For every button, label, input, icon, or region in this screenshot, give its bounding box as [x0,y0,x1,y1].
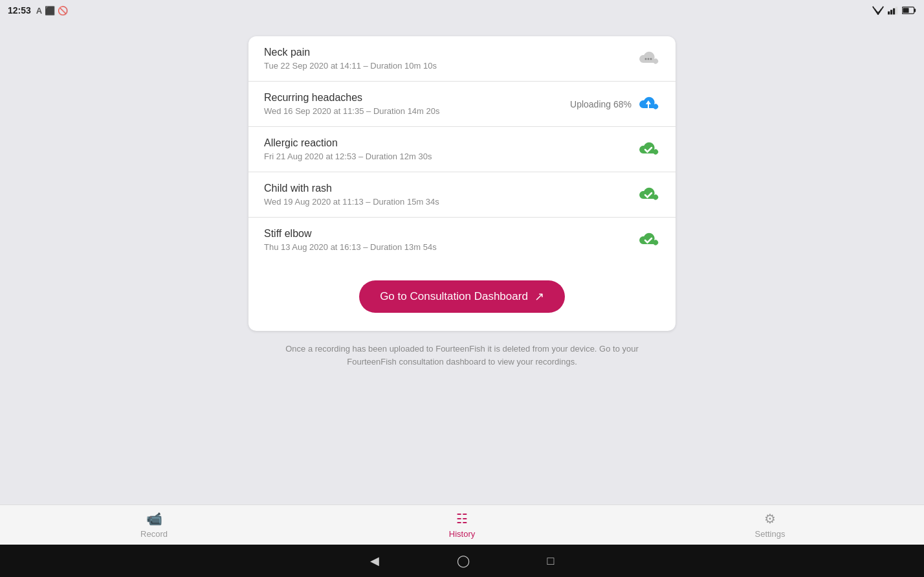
android-recents[interactable]: □ [547,554,555,568]
nav-history[interactable]: ☷ History [308,505,616,545]
app-icon-sd: ⬛ [45,6,55,16]
wifi-icon [872,6,884,15]
cloud-done-icon [637,229,660,252]
signal-icon [888,6,898,15]
record-status [637,229,660,252]
app-icon-a: A [36,6,42,16]
android-home[interactable]: ◯ [457,554,470,568]
record-item[interactable]: Neck painTue 22 Sep 2020 at 14:11 – Dura… [248,36,676,82]
dashboard-button[interactable]: Go to Consultation Dashboard ↗︎ [359,280,565,313]
settings-label: Settings [755,529,786,539]
record-title: Recurring headaches [264,92,570,104]
record-status [637,183,660,207]
history-label: History [449,529,475,539]
svg-rect-6 [903,8,908,13]
record-info: Recurring headachesWed 16 Sep 2020 at 11… [264,92,570,116]
cloud-done-icon [638,231,659,249]
app-icon-block: 🚫 [58,6,68,16]
upload-label: Uploading 68% [570,99,632,109]
svg-rect-3 [896,6,897,14]
record-status [637,47,660,71]
record-info: Stiff elbowThu 13 Aug 2020 at 16:13 – Du… [264,228,637,252]
svg-point-7 [645,58,647,60]
cloud-done-icon [638,186,659,204]
battery-icon [902,6,916,15]
external-link-icon: ↗︎ [534,289,544,304]
record-subtitle: Fri 21 Aug 2020 at 12:53 – Duration 12m … [264,152,637,161]
record-item[interactable]: Child with rashWed 19 Aug 2020 at 11:13 … [248,172,676,218]
record-info: Child with rashWed 19 Aug 2020 at 11:13 … [264,183,637,207]
button-area: Go to Consultation Dashboard ↗︎ [248,262,676,331]
svg-point-8 [648,58,650,60]
record-title: Stiff elbow [264,228,637,240]
history-icon: ☷ [456,511,468,526]
cloud-upload-icon [638,95,659,113]
bottom-nav: 📹 Record ☷ History ⚙ Settings [0,504,924,545]
record-item[interactable]: Stiff elbowThu 13 Aug 2020 at 16:13 – Du… [248,218,676,262]
status-right-icons [872,6,916,15]
records-card: Neck painTue 22 Sep 2020 at 14:11 – Dura… [248,36,676,331]
main-content: Neck painTue 22 Sep 2020 at 14:11 – Dura… [0,21,924,512]
svg-point-9 [650,58,652,60]
cloud-upload-icon [637,93,660,116]
cloud-pending-icon [638,50,659,68]
record-info: Allergic reactionFri 21 Aug 2020 at 12:5… [264,137,637,161]
record-title: Child with rash [264,183,637,194]
record-subtitle: Wed 19 Aug 2020 at 11:13 – Duration 15m … [264,197,637,207]
status-time: 12:53 [8,5,31,16]
svg-rect-0 [888,12,890,15]
record-icon: 📹 [146,511,162,526]
status-bar: 12:53 A ⬛ 🚫 [0,0,924,21]
dashboard-button-label: Go to Consultation Dashboard [380,290,528,303]
cloud-pending-icon [637,47,660,71]
record-info: Neck painTue 22 Sep 2020 at 14:11 – Dura… [264,47,637,71]
record-subtitle: Thu 13 Aug 2020 at 16:13 – Duration 13m … [264,242,637,252]
record-status: Uploading 68% [570,93,660,116]
records-list: Neck painTue 22 Sep 2020 at 14:11 – Dura… [248,36,676,262]
svg-rect-2 [893,8,895,15]
svg-rect-5 [914,8,916,12]
info-text: Once a recording has been uploaded to Fo… [248,343,676,368]
nav-record[interactable]: 📹 Record [0,505,308,545]
svg-rect-1 [890,10,892,14]
record-label: Record [140,529,168,539]
record-title: Neck pain [264,47,637,58]
android-back[interactable]: ◀ [370,554,379,568]
cloud-done-icon [637,138,660,161]
record-subtitle: Tue 22 Sep 2020 at 14:11 – Duration 10m … [264,61,637,71]
record-item[interactable]: Allergic reactionFri 21 Aug 2020 at 12:5… [248,127,676,172]
cloud-done-icon [637,183,660,207]
record-subtitle: Wed 16 Sep 2020 at 11:35 – Duration 14m … [264,106,570,116]
record-item[interactable]: Recurring headachesWed 16 Sep 2020 at 11… [248,82,676,127]
cloud-done-icon [638,141,659,159]
android-nav: ◀ ◯ □ [0,545,924,577]
status-icons: A ⬛ 🚫 [36,6,68,16]
nav-settings[interactable]: ⚙ Settings [616,505,924,545]
record-title: Allergic reaction [264,137,637,149]
settings-icon: ⚙ [764,511,776,526]
record-status [637,138,660,161]
